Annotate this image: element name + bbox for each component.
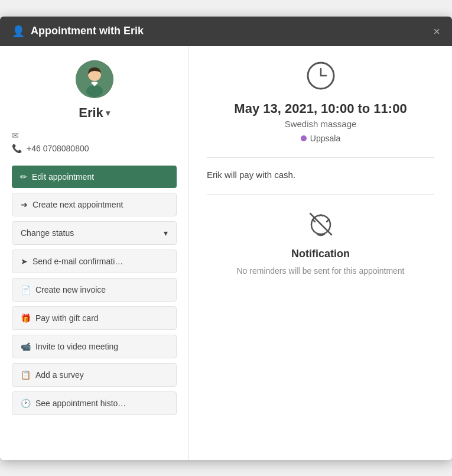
location-dot — [301, 135, 307, 141]
video-meeting-label: Invite to video meeting — [35, 342, 118, 351]
close-button[interactable]: × — [433, 25, 440, 37]
send-email-label: Send e-mail confirmati… — [32, 257, 123, 266]
avatar-image — [76, 60, 113, 98]
dropdown-chevron-icon: ▾ — [164, 228, 168, 238]
payment-text: Erik will pay with cash. — [207, 170, 434, 180]
history-icon: 🕐 — [21, 399, 31, 408]
modal-header: 👤 Appointment with Erik × — [0, 17, 452, 46]
pay-gift-card-button[interactable]: 🎁 Pay with gift card — [12, 306, 177, 330]
clock-icon — [305, 60, 336, 96]
appointment-datetime: May 13, 2021, 10:00 to 11:00 — [234, 101, 407, 116]
phone-icon: 📞 — [12, 144, 22, 153]
email-item: ✉ — [12, 129, 177, 142]
survey-icon: 📋 — [21, 370, 31, 380]
payment-section: Erik will pay with cash. — [207, 170, 434, 195]
create-next-appointment-button[interactable]: ➜ Create next appointment — [12, 193, 177, 216]
client-name-text: Erik — [79, 105, 103, 121]
change-status-left: Change status — [21, 228, 74, 238]
send-email-icon: ➤ — [21, 257, 28, 266]
notification-text: No reminders will be sent for this appoi… — [236, 266, 404, 276]
appointment-service: Swedish massage — [285, 119, 357, 129]
alarm-off-icon — [305, 209, 336, 242]
phone-number: +46 0708080800 — [27, 144, 89, 153]
change-status-button[interactable]: Change status ▾ — [12, 221, 177, 245]
right-panel: May 13, 2021, 10:00 to 11:00 Swedish mas… — [189, 46, 452, 460]
notification-title: Notification — [291, 248, 350, 260]
svg-line-7 — [313, 219, 315, 222]
create-next-appointment-label: Create next appointment — [32, 200, 123, 209]
person-icon: 👤 — [12, 25, 25, 38]
edit-appointment-label: Edit appointment — [32, 172, 94, 182]
appointment-modal: 👤 Appointment with Erik × — [0, 17, 452, 460]
gift-card-icon: 🎁 — [21, 313, 31, 323]
avatar — [76, 60, 113, 98]
modal-body: Erik ▾ ✉ 📞 +46 0708080800 ✏ Edit appoint… — [0, 46, 452, 460]
add-survey-button[interactable]: 📋 Add a survey — [12, 363, 177, 387]
create-invoice-button[interactable]: 📄 Create new invoice — [12, 278, 177, 302]
modal-title: Appointment with Erik — [31, 25, 144, 37]
header-left: 👤 Appointment with Erik — [12, 25, 144, 38]
send-email-button[interactable]: ➤ Send e-mail confirmati… — [12, 250, 177, 273]
notification-section: Notification No reminders will be sent f… — [207, 209, 434, 276]
edit-appointment-button[interactable]: ✏ Edit appointment — [12, 166, 177, 188]
arrow-right-icon: ➜ — [21, 200, 28, 209]
client-name-container[interactable]: Erik ▾ — [79, 105, 110, 121]
video-meeting-button[interactable]: 📹 Invite to video meeting — [12, 335, 177, 358]
pay-gift-card-label: Pay with gift card — [35, 313, 99, 323]
contact-info: ✉ 📞 +46 0708080800 — [12, 129, 177, 155]
svg-point-2 — [86, 85, 103, 97]
phone-item: 📞 +46 0708080800 — [12, 142, 177, 155]
client-name-chevron: ▾ — [106, 108, 110, 118]
email-icon: ✉ — [12, 131, 19, 140]
create-invoice-label: Create new invoice — [35, 285, 106, 294]
appointment-history-label: See appointment histo… — [35, 399, 126, 408]
change-status-label: Change status — [21, 228, 74, 238]
location-text: Uppsala — [310, 134, 340, 143]
avatar-container — [76, 60, 113, 98]
invoice-icon: 📄 — [21, 285, 31, 294]
location-badge: Uppsala — [301, 134, 340, 143]
video-icon: 📹 — [21, 342, 31, 351]
appointment-time-section: May 13, 2021, 10:00 to 11:00 Swedish mas… — [207, 60, 434, 158]
edit-icon: ✏ — [20, 172, 27, 182]
left-panel: Erik ▾ ✉ 📞 +46 0708080800 ✏ Edit appoint… — [0, 46, 189, 460]
svg-line-8 — [327, 219, 329, 222]
add-survey-label: Add a survey — [35, 370, 84, 380]
appointment-history-button[interactable]: 🕐 See appointment histo… — [12, 391, 177, 415]
action-buttons: ✏ Edit appointment ➜ Create next appoint… — [12, 166, 177, 415]
